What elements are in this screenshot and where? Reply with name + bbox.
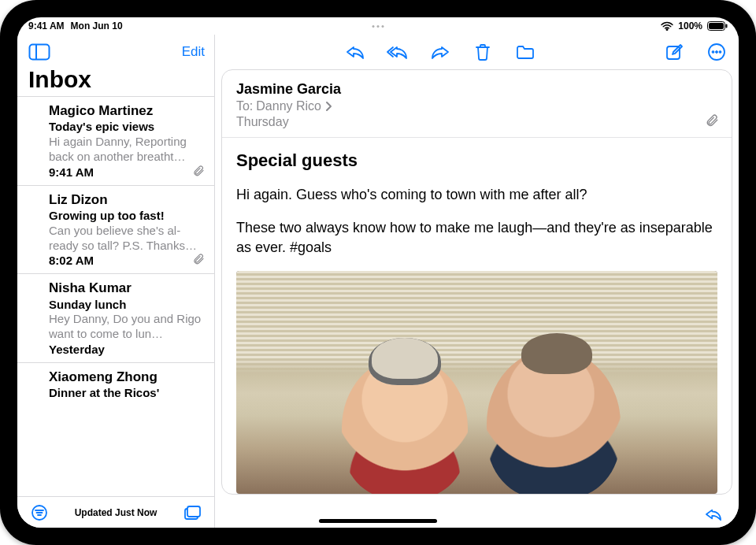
paperclip-icon — [192, 165, 205, 177]
edit-button[interactable]: Edit — [182, 44, 205, 60]
mail-to-line[interactable]: To: Danny Rico — [236, 99, 719, 113]
ipad-frame: 9:41 AM Mon Jun 10 100% Ed — [0, 0, 756, 545]
reply-button[interactable] — [341, 40, 369, 64]
mailboxes-icon — [183, 504, 202, 521]
message-preview: Hi again Danny, Reporting back on anothe… — [49, 135, 205, 165]
paperclip-icon — [705, 113, 719, 128]
reply-button-footer[interactable] — [699, 502, 728, 526]
svg-rect-1 — [709, 23, 724, 29]
list-item[interactable]: Xiaomeng Zhong Dinner at the Ricos' — [17, 363, 214, 407]
message-subject: Growing up too fast! — [49, 209, 205, 224]
svg-rect-7 — [187, 506, 200, 517]
message-time: 9:41 AM — [49, 165, 205, 179]
svg-point-12 — [719, 51, 721, 54]
message-subject: Today's epic views — [49, 120, 205, 135]
content-footer — [215, 501, 739, 528]
mail-paragraph: These two always know how to make me lau… — [236, 218, 717, 257]
battery-icon — [707, 21, 728, 31]
paperclip-icon — [192, 253, 205, 265]
more-button[interactable] — [702, 40, 731, 64]
forward-button[interactable] — [426, 40, 454, 64]
multitask-handle-icon[interactable] — [372, 25, 384, 28]
content-pane: Jasmine Garcia To: Danny Rico Thursday — [215, 35, 739, 528]
svg-point-11 — [716, 51, 718, 54]
filter-button[interactable] — [25, 501, 54, 525]
message-subject: Dinner at the Ricos' — [49, 386, 205, 401]
photo-person — [487, 349, 621, 494]
folder-icon — [515, 43, 536, 61]
mail-attachment-image[interactable] — [236, 271, 717, 494]
screen: 9:41 AM Mon Jun 10 100% Ed — [17, 17, 739, 528]
sidebar-toggle-button[interactable] — [25, 40, 54, 64]
sidebar-footer: Updated Just Now — [17, 496, 214, 528]
compose-button[interactable] — [660, 40, 688, 64]
move-button[interactable] — [511, 40, 539, 64]
sidebar-toggle-icon — [28, 43, 50, 61]
svg-rect-2 — [726, 24, 728, 28]
mail-paragraph: Hi again. Guess who's coming to town wit… — [236, 185, 717, 204]
reply-icon — [704, 506, 723, 522]
mail-subject: Special guests — [236, 150, 717, 171]
status-time: 9:41 AM — [28, 20, 65, 32]
inbox-title: Inbox — [17, 66, 214, 96]
trash-icon — [474, 43, 491, 61]
svg-rect-3 — [30, 45, 50, 60]
reply-all-button[interactable] — [384, 40, 412, 64]
message-sender: Liz Dizon — [49, 192, 205, 208]
message-time: Yesterday — [49, 343, 205, 356]
mail-header[interactable]: Jasmine Garcia To: Danny Rico Thursday — [222, 70, 732, 138]
message-sender: Magico Martinez — [49, 103, 205, 119]
status-date: Mon Jun 10 — [71, 20, 123, 32]
mail-to-label: To: — [236, 99, 253, 113]
message-preview: Can you believe she's al-ready so tall? … — [49, 224, 205, 254]
status-bar: 9:41 AM Mon Jun 10 100% — [17, 17, 739, 35]
more-icon — [707, 43, 726, 61]
sync-status: Updated Just Now — [54, 507, 178, 518]
compose-icon — [665, 43, 684, 61]
wifi-icon — [661, 21, 673, 31]
sidebar: Edit Inbox Magico Martinez Today's epic … — [17, 35, 215, 528]
chevron-right-icon — [324, 101, 332, 112]
message-sender: Xiaomeng Zhong — [49, 369, 205, 385]
trash-button[interactable] — [469, 40, 497, 64]
mail-to-name: Danny Rico — [256, 99, 321, 113]
mail-card: Jasmine Garcia To: Danny Rico Thursday — [221, 69, 732, 495]
svg-point-10 — [712, 51, 714, 54]
home-indicator[interactable] — [319, 519, 437, 523]
mail-date: Thursday — [236, 115, 719, 129]
filter-icon — [30, 503, 49, 522]
mail-body[interactable]: Special guests Hi again. Guess who's com… — [222, 138, 732, 494]
message-list[interactable]: Magico Martinez Today's epic views Hi ag… — [17, 96, 214, 496]
message-preview: Hey Danny, Do you and Rigo want to come … — [49, 312, 205, 342]
list-item[interactable]: Magico Martinez Today's epic views Hi ag… — [17, 97, 214, 186]
photo-person — [342, 357, 468, 494]
toolbar — [215, 35, 739, 69]
battery-percent: 100% — [678, 20, 702, 32]
message-sender: Nisha Kumar — [49, 280, 205, 296]
list-item[interactable]: Liz Dizon Growing up too fast! Can you b… — [17, 186, 214, 275]
reply-icon — [345, 43, 365, 61]
forward-icon — [430, 43, 450, 61]
message-subject: Sunday lunch — [49, 298, 205, 313]
mail-from: Jasmine Garcia — [236, 81, 719, 98]
mailboxes-button[interactable] — [178, 501, 206, 525]
message-time: 8:02 AM — [49, 254, 205, 267]
reply-all-icon — [386, 43, 410, 61]
list-item[interactable]: Nisha Kumar Sunday lunch Hey Danny, Do y… — [17, 274, 214, 363]
